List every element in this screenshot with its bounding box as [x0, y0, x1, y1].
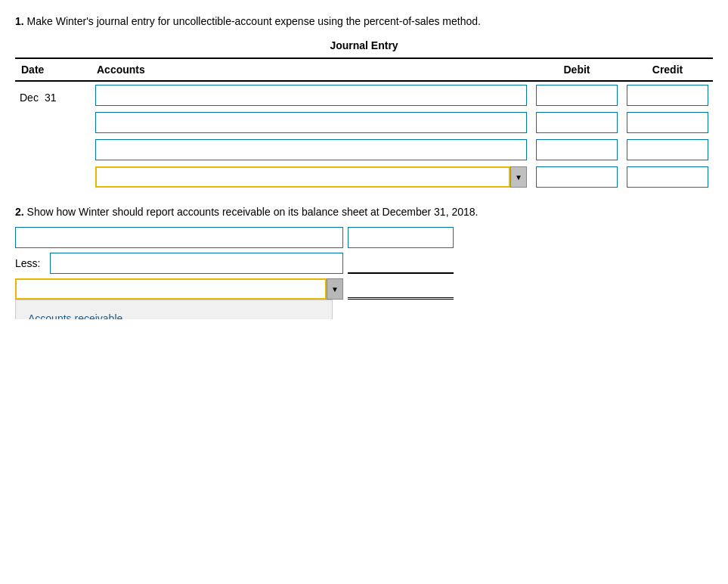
- header-accounts: Accounts: [91, 58, 531, 81]
- dropdown-arrow-icon: ▼: [515, 173, 522, 182]
- journal-debit-input-1[interactable]: [536, 85, 618, 106]
- balance-dropdown-arrow[interactable]: ▼: [327, 278, 343, 300]
- journal-dropdown-arrow[interactable]: ▼: [510, 166, 527, 188]
- balance-row2: Less:: [15, 253, 454, 274]
- date-month: Dec: [20, 92, 39, 104]
- balance-row1: [15, 227, 454, 248]
- balance-row3: ▼ Accounts receivable Accounts receivabl…: [15, 278, 454, 300]
- journal-credit-input-2[interactable]: [627, 112, 708, 133]
- journal-dropdown-wrapper: ▼: [95, 166, 527, 188]
- journal-account-dropdown-input[interactable]: [95, 166, 510, 188]
- header-debit: Debit: [531, 58, 622, 81]
- journal-debit-input-3[interactable]: [536, 139, 618, 160]
- less-label: Less:: [15, 257, 45, 269]
- date-day: 31: [45, 92, 57, 104]
- journal-title: Journal Entry: [15, 39, 713, 51]
- journal-credit-input-3[interactable]: [627, 139, 708, 160]
- balance-amount-input-2[interactable]: [348, 253, 454, 274]
- balance-dropdown-menu: Accounts receivable Accounts receivable,…: [15, 300, 333, 319]
- balance-label-input-1[interactable]: [15, 227, 343, 248]
- question2-number: 2.: [15, 206, 24, 218]
- journal-account-input-2[interactable]: [95, 112, 527, 133]
- journal-row-4: ▼: [15, 163, 713, 191]
- journal-account-input-1[interactable]: [95, 85, 527, 106]
- journal-row-3: [15, 136, 713, 163]
- journal-credit-input-4[interactable]: [627, 166, 708, 188]
- journal-row-1: Dec 31: [15, 81, 713, 109]
- journal-credit-input-1[interactable]: [627, 85, 708, 106]
- header-credit: Credit: [622, 58, 713, 81]
- journal-table: Date Accounts Debit Credit Dec 31: [15, 57, 713, 191]
- journal-section: Journal Entry Date Accounts Debit Credit…: [15, 39, 713, 191]
- journal-row-2: [15, 109, 713, 136]
- balance-amount-input-1[interactable]: [348, 227, 454, 248]
- header-date: Date: [15, 58, 91, 81]
- balance-amount-input-3[interactable]: [348, 278, 454, 300]
- balance-section: Less: ▼ Accounts receivable Accounts rec…: [15, 227, 454, 300]
- journal-account-input-3[interactable]: [95, 139, 527, 160]
- question2-text: 2. Show how Winter should report account…: [15, 206, 713, 218]
- balance-dropdown-arrow-icon: ▼: [331, 285, 339, 294]
- journal-debit-input-2[interactable]: [536, 112, 618, 133]
- question1-number: 1.: [15, 15, 24, 27]
- journal-debit-input-4[interactable]: [536, 166, 618, 188]
- question1-text: 1. Make Winter's journal entry for uncol…: [15, 15, 713, 27]
- balance-label-input-2[interactable]: [50, 253, 343, 274]
- balance-dropdown-container: ▼: [15, 278, 343, 300]
- dropdown-option-accounts-receivable[interactable]: Accounts receivable: [16, 308, 332, 319]
- balance-dropdown-input[interactable]: [15, 278, 327, 300]
